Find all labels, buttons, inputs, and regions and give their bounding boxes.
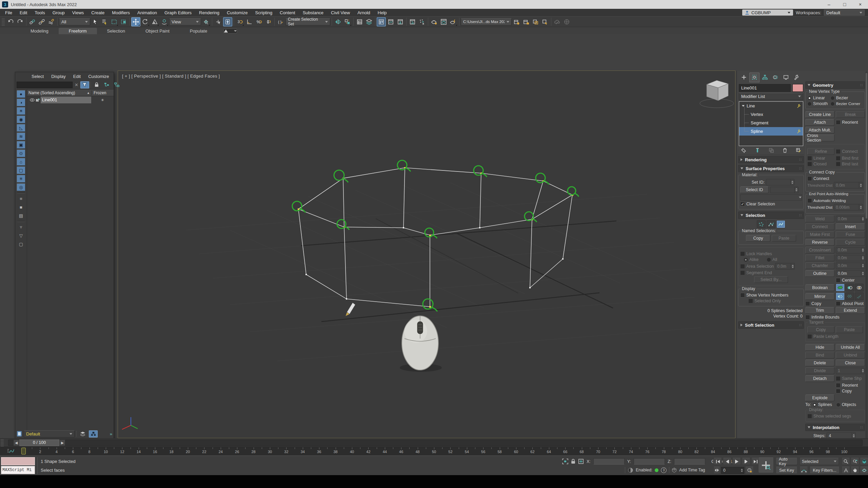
cross-section-button[interactable]: Cross Section	[805, 135, 834, 141]
menu-item[interactable]: Arnold	[354, 10, 374, 15]
menu-item[interactable]: Create	[87, 10, 108, 15]
refine-button[interactable]: Refine	[807, 148, 834, 155]
frozen-cell-icon[interactable]: ✳	[91, 98, 114, 102]
go-to-start-button[interactable]	[713, 458, 722, 465]
scene-object-row[interactable]: Line001 ✳	[27, 96, 114, 104]
infinite-bounds-checkbox[interactable]	[805, 315, 810, 320]
chamfer-button[interactable]: Chamfer	[805, 262, 834, 269]
unhide-all-button[interactable]: Unhide All	[836, 344, 865, 351]
modifier-stack-item[interactable]: Line	[739, 102, 803, 110]
workspace-dropdown[interactable]: Default	[824, 9, 865, 16]
notification-badge[interactable]: 0	[661, 467, 667, 473]
frame-nudge-arrows[interactable]	[713, 467, 720, 474]
display-toggle-icon[interactable]: ●	[17, 90, 25, 98]
panel-scrollbar[interactable]	[865, 72, 868, 440]
pin-stack-icon[interactable]	[741, 148, 746, 153]
weld-button[interactable]: Weld	[805, 216, 834, 222]
linear-radio[interactable]	[807, 96, 812, 100]
layers-icon[interactable]	[78, 430, 87, 438]
explorer-menu-item[interactable]: Edit	[70, 74, 84, 79]
crossinsert-button[interactable]: CrossInsert	[805, 247, 834, 253]
fillet-spinner[interactable]: 0.0m	[836, 255, 865, 261]
ribbon-tab[interactable]: Modeling	[20, 28, 59, 34]
display-toggle-icon[interactable]: ◑	[17, 99, 25, 106]
attach-button[interactable]: Attach	[805, 119, 834, 126]
explorer-search-input[interactable]	[17, 82, 73, 88]
selected-only-checkbox[interactable]	[748, 299, 753, 303]
break-button[interactable]: Break	[836, 111, 865, 118]
schematic-view-button[interactable]	[396, 17, 405, 26]
redo-button[interactable]	[16, 17, 25, 26]
snaps-toggle-button[interactable]: 3	[235, 17, 244, 26]
explorer-menu-item[interactable]: Display	[48, 74, 69, 79]
render-gallery-button[interactable]	[562, 17, 571, 26]
zoom-all-button[interactable]	[851, 458, 859, 465]
ribbon-tab[interactable]: Populate	[180, 28, 217, 34]
select-and-manipulate-button[interactable]	[214, 17, 223, 26]
key-mode-toggle-button[interactable]	[800, 467, 808, 474]
minimize-button[interactable]: –	[821, 0, 837, 9]
boolean-button[interactable]: Boolean	[805, 284, 834, 291]
toolbar-grip[interactable]	[2, 18, 5, 26]
active-layer-icon[interactable]	[17, 431, 22, 437]
menu-item[interactable]: Substance	[299, 10, 327, 15]
close-button[interactable]: ×	[852, 0, 868, 9]
configure-modifier-sets-icon[interactable]	[796, 148, 801, 153]
boolean-intersect-icon[interactable]	[855, 284, 864, 291]
explorer-menu-item[interactable]: Customize	[85, 74, 112, 79]
mirror-both-icon[interactable]	[855, 292, 864, 300]
project-folder-dropdown[interactable]: C:\Users\JI...ds Max 202	[461, 18, 512, 25]
toggle-scene-explorer-button[interactable]	[355, 17, 364, 26]
selection-filter-dropdown[interactable]: All	[59, 18, 90, 25]
bezier-radio[interactable]	[830, 96, 835, 100]
bezier-corner-radio[interactable]	[830, 102, 835, 106]
mirror-horizontal-icon[interactable]	[845, 292, 854, 300]
key-filters-button[interactable]: Key Filters...	[810, 467, 840, 474]
menu-item[interactable]: File	[1, 10, 16, 15]
clear-search-icon[interactable]: ✕	[74, 82, 79, 87]
extend-button[interactable]: Extend	[836, 307, 865, 314]
maxscript-mini-listener[interactable]: MAXScript Mi	[1, 466, 35, 474]
keyboard-shortcut-override-toggle[interactable]	[223, 17, 232, 26]
time-slider-track[interactable]	[8, 440, 863, 446]
reference-coordinate-dropdown[interactable]: View	[169, 18, 201, 25]
menu-item[interactable]: Graph Editors	[161, 10, 195, 15]
render-setup-button[interactable]	[439, 17, 448, 26]
mirror-button[interactable]	[333, 17, 342, 26]
menu-item[interactable]: Help	[374, 10, 391, 15]
viewport-label[interactable]: [ + ] [ Perspective ] [ Standard ] [ Edg…	[122, 74, 220, 79]
selection-lock-region-icon[interactable]	[562, 459, 568, 464]
menu-item[interactable]: Rendering	[195, 10, 223, 15]
boolean-union-icon[interactable]	[836, 284, 845, 291]
crossinsert-spinner[interactable]: 0.0m	[836, 247, 865, 253]
paste-length-checkbox[interactable]	[807, 334, 812, 339]
active-layer-dropdown[interactable]: Default	[24, 430, 75, 438]
center-checkbox[interactable]	[836, 278, 841, 283]
rollout-selection[interactable]: Selection∷	[738, 211, 804, 219]
menu-item[interactable]: Animation	[134, 10, 161, 15]
hierarchy-view-icon[interactable]	[89, 430, 98, 438]
menu-item[interactable]: Scripting	[252, 10, 276, 15]
unbind-button[interactable]: Unbind	[836, 352, 865, 359]
display-toggle-icon[interactable]: ◎	[17, 183, 25, 191]
set-id-spinner[interactable]	[766, 179, 794, 185]
overflow-chevron-icon[interactable]: »	[110, 431, 112, 436]
bind-to-space-warp-button[interactable]	[47, 17, 56, 26]
display-toggle-icon[interactable]: ▤	[17, 212, 25, 220]
name-column-header[interactable]: Name (Sorted Ascending) ▲	[27, 90, 91, 95]
asset-tracking-button[interactable]	[512, 17, 521, 26]
ribbon-tab[interactable]: Object Paint	[135, 28, 180, 34]
menu-item[interactable]: Views	[68, 10, 87, 15]
auto-key-button[interactable]: Auto Key	[776, 458, 797, 465]
detach-reorient-checkbox[interactable]	[836, 383, 841, 388]
menu-item[interactable]: Edit	[16, 10, 31, 15]
user-account-dropdown[interactable]: CGBUMP	[742, 9, 793, 16]
select-and-rotate-button[interactable]	[141, 17, 150, 26]
vertex-subobject-button[interactable]	[757, 220, 766, 228]
mirror-button-rollout[interactable]: Mirror	[805, 293, 834, 300]
connect-checkbox[interactable]	[836, 149, 841, 154]
field-of-view-button[interactable]	[842, 467, 850, 474]
trim-button[interactable]: Trim	[805, 307, 834, 314]
display-toggle-icon[interactable]: ☀	[17, 107, 25, 115]
tab-modify[interactable]	[749, 73, 760, 82]
